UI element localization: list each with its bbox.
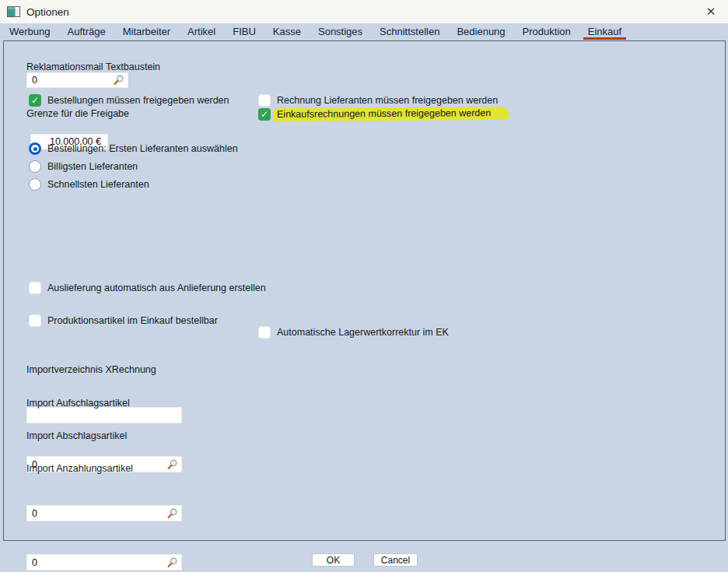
magnifier-icon[interactable]	[166, 507, 178, 519]
radio-schnellsten-lieferanten[interactable]	[29, 178, 41, 191]
cancel-button[interactable]: Cancel	[373, 553, 418, 567]
magnifier-icon[interactable]	[166, 556, 178, 568]
einkaufsrechnungen-checkbox[interactable]	[258, 108, 271, 121]
options-window: Optionen ✕ Werbung Aufträge Mitarbeiter …	[0, 0, 728, 572]
title-bar: Optionen ✕	[0, 0, 728, 23]
produktionsartikel-bestellbar-label: Produktionsartikel im Einkauf bestellbar	[47, 315, 218, 326]
rechnung-lieferanten-label: Rechnung Lieferanten müssen freigegeben …	[277, 95, 498, 106]
grenze-freigabe-label: Grenze für die Freigabe	[26, 108, 129, 119]
import-anzahlung-label: Import Anzahlungsartikel	[26, 463, 133, 474]
import-abschlag-label: Import Abschlagsartikel	[26, 430, 127, 441]
magnifier-icon[interactable]	[166, 458, 178, 470]
tab-auftraege[interactable]: Aufträge	[59, 23, 114, 40]
import-abschlag-input[interactable]	[26, 505, 182, 521]
tab-kasse[interactable]: Kasse	[264, 23, 310, 40]
reklamationsmail-label: Reklamationsmail Textbaustein	[26, 61, 160, 72]
auslieferung-automatisch-label: Auslieferung automatisch aus Anlieferung…	[47, 282, 266, 293]
lagerwertkorrektur-checkbox[interactable]	[258, 326, 271, 339]
import-anzahlung-input[interactable]	[26, 554, 182, 570]
tab-werbung[interactable]: Werbung	[1, 23, 59, 40]
lagerwertkorrektur-label: Automatische Lagerwertkorrektur im EK	[277, 327, 449, 338]
radio-billigsten-lieferanten[interactable]	[29, 160, 41, 173]
app-window-icon	[7, 6, 20, 17]
tab-sonstiges[interactable]: Sonstiges	[310, 23, 371, 40]
ok-button[interactable]: OK	[312, 553, 355, 567]
tab-mitarbeiter[interactable]: Mitarbeiter	[114, 23, 179, 40]
tab-einkauf[interactable]: Einkauf	[579, 23, 630, 40]
importverzeichnis-input[interactable]	[26, 407, 182, 423]
rechnung-lieferanten-checkbox[interactable]	[258, 94, 271, 107]
tab-schnittstellen[interactable]: Schnittstellen	[371, 23, 448, 40]
magnifier-icon[interactable]	[113, 75, 124, 86]
window-title: Optionen	[26, 6, 69, 18]
produktionsartikel-bestellbar-checkbox[interactable]	[29, 314, 41, 327]
bestellungen-freigabe-checkbox[interactable]	[29, 94, 41, 107]
close-icon[interactable]: ✕	[703, 4, 719, 19]
radio-billigsten-lieferanten-label: Billigsten Lieferanten	[47, 161, 138, 172]
einkauf-settings-panel: Reklamationsmail Textbaustein Bestellung…	[3, 40, 726, 541]
radio-schnellsten-lieferanten-label: Schnellsten Lieferanten	[47, 179, 149, 190]
tab-fibu[interactable]: FIBU	[224, 23, 264, 40]
auslieferung-automatisch-checkbox[interactable]	[29, 282, 41, 294]
tab-artikel[interactable]: Artikel	[179, 23, 224, 40]
einkaufsrechnungen-label-highlighted: Einkaufsrechnungen müssen freigegeben we…	[273, 107, 509, 121]
radio-ersten-lieferanten-label: Bestellungen: Ersten Lieferanten auswähl…	[47, 143, 238, 154]
bestellungen-freigabe-label: Bestellungen müssen freigegeben werden	[47, 95, 229, 106]
tab-produktion[interactable]: Produktion	[514, 23, 579, 40]
tab-bedienung[interactable]: Bedienung	[448, 23, 513, 40]
import-aufschlag-label: Import Aufschlagsartikel	[26, 398, 130, 409]
tab-bar: Werbung Aufträge Mitarbeiter Artikel FIB…	[0, 23, 728, 40]
radio-ersten-lieferanten[interactable]	[29, 142, 41, 155]
importverzeichnis-label: Importverzeichnis XRechnung	[26, 364, 156, 375]
